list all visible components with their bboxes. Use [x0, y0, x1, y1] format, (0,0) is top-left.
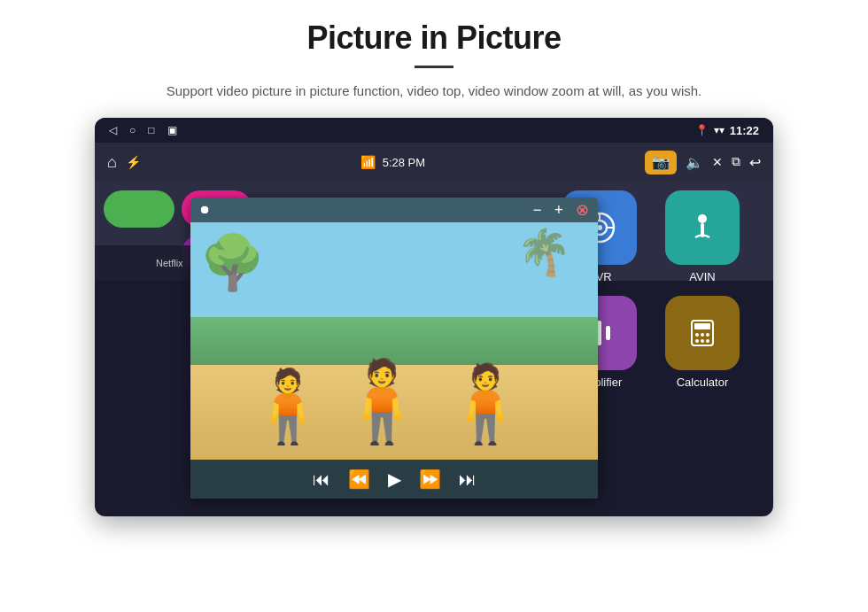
title-divider: [415, 66, 453, 68]
nav-time: 5:28 PM: [383, 156, 425, 169]
calculator-icon: [685, 315, 720, 351]
calculator-app[interactable]: Calculator: [658, 296, 747, 389]
camera-btn[interactable]: 📷: [645, 151, 677, 174]
window-icon[interactable]: ⧉: [732, 155, 740, 169]
back-nav-icon[interactable]: ◁: [109, 124, 117, 137]
location-icon: 📍: [695, 124, 709, 137]
svg-point-12: [695, 333, 699, 337]
pip-maximize-btn[interactable]: +: [554, 201, 563, 220]
svg-point-15: [695, 339, 699, 343]
svg-point-14: [706, 333, 709, 337]
nav-left: ⌂ ⚡: [107, 153, 141, 172]
svg-point-13: [701, 333, 704, 337]
person-2: 🧍: [332, 362, 431, 442]
page-title: Picture in Picture: [306, 19, 561, 57]
main-content: ⏺ − + ⊗ 🧍 🧍 🧍 🌳 🌴: [95, 182, 773, 281]
pip-video: 🧍 🧍 🧍 🌳 🌴: [190, 222, 598, 460]
wifi-icon: 📶: [360, 155, 376, 169]
screenshot-icon[interactable]: ▣: [167, 124, 177, 137]
usb-icon[interactable]: ⚡: [126, 155, 141, 170]
pip-header: ⏺ − + ⊗: [190, 198, 598, 222]
status-time: 11:22: [730, 124, 759, 137]
rewind-btn[interactable]: ⏪: [348, 469, 370, 490]
tree-2: 🌴: [516, 227, 571, 278]
play-btn[interactable]: ▶: [388, 469, 401, 490]
calculator-icon-box: [665, 296, 740, 370]
volume-icon[interactable]: 🔈: [686, 154, 703, 171]
avin-icon: [685, 210, 720, 245]
app-button-green[interactable]: [104, 190, 174, 228]
calculator-label: Calculator: [677, 376, 729, 389]
back-icon[interactable]: ↩: [749, 154, 761, 171]
avin-label: AVIN: [689, 270, 715, 283]
nav-bar: ⌂ ⚡ 📶 5:28 PM 📷 🔈 ✕ ⧉ ↩: [95, 143, 773, 182]
pip-controls: − + ⊗: [532, 200, 589, 220]
svg-rect-11: [694, 323, 710, 329]
svg-point-5: [698, 214, 707, 223]
svg-point-17: [706, 339, 709, 343]
svg-point-16: [701, 339, 704, 343]
skip-forward-btn[interactable]: ⏭: [459, 469, 477, 490]
pip-close-btn[interactable]: ⊗: [576, 200, 589, 220]
person-3: 🧍: [438, 367, 532, 442]
signal-icon: ▾▾: [714, 124, 725, 137]
avin-icon-box: [665, 190, 740, 265]
pip-window[interactable]: ⏺ − + ⊗ 🧍 🧍 🧍 🌳 🌴: [190, 198, 598, 499]
pip-bottom-bar: ⏮ ⏪ ▶ ⏩ ⏭: [190, 460, 598, 499]
close-icon[interactable]: ✕: [712, 155, 723, 170]
pip-minimize-btn[interactable]: −: [532, 201, 541, 220]
fast-forward-btn[interactable]: ⏩: [419, 469, 441, 490]
status-bar: ◁ ○ □ ▣ 📍 ▾▾ 11:22: [95, 118, 773, 143]
recents-nav-icon[interactable]: □: [148, 124, 154, 137]
svg-rect-9: [606, 326, 610, 340]
avin-app[interactable]: AVIN: [658, 190, 747, 283]
home-nav-icon[interactable]: ○: [129, 124, 136, 137]
home-icon[interactable]: ⌂: [107, 153, 117, 172]
device-frame: ◁ ○ □ ▣ 📍 ▾▾ 11:22 ⌂ ⚡ 📶 5:28 PM 📷: [95, 118, 773, 516]
tree-1: 🌳: [199, 231, 266, 294]
person-1: 🧍: [244, 371, 332, 442]
nav-right: 📷 🔈 ✕ ⧉ ↩: [645, 151, 761, 174]
skip-back-btn[interactable]: ⏮: [313, 469, 330, 490]
page-wrapper: Picture in Picture Support video picture…: [0, 0, 868, 612]
nav-center: 📶 5:28 PM: [360, 155, 425, 169]
page-subtitle: Support video picture in picture functio…: [167, 81, 701, 102]
status-bar-left: ◁ ○ □ ▣: [109, 124, 177, 137]
status-bar-right: 📍 ▾▾ 11:22: [695, 124, 759, 137]
pip-record-icon: ⏺: [199, 203, 211, 217]
